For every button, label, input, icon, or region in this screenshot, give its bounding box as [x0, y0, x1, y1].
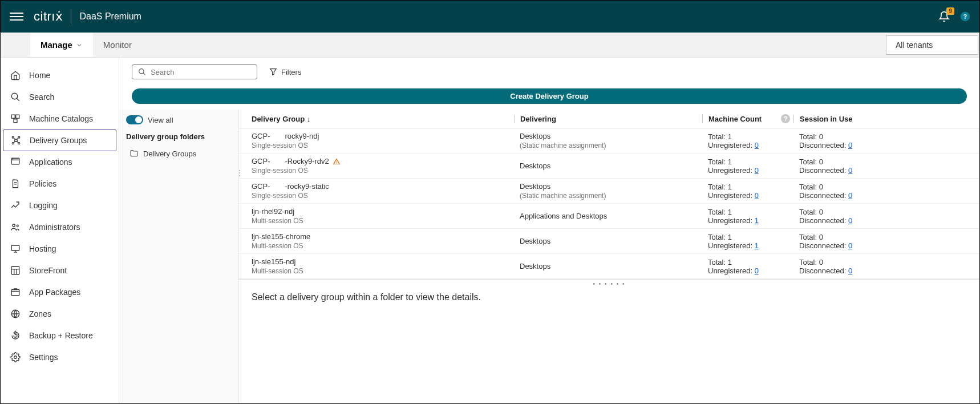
sidebar-item-machine-catalogs[interactable]: Machine Catalogs [1, 108, 119, 130]
mc-unregistered-link[interactable]: 0 [755, 141, 759, 150]
si-disconnected-link[interactable]: 0 [848, 266, 852, 275]
mc-unregistered-link[interactable]: 0 [755, 191, 759, 200]
table-header: Delivery Group ↓ Delivering Machine Coun… [239, 110, 979, 128]
sidebar-item-label: Administrators [29, 223, 80, 232]
svg-rect-19 [11, 245, 19, 251]
sidebar-item-search[interactable]: Search [1, 86, 119, 108]
tab-label: Monitor [103, 40, 132, 50]
sidebar-item-home[interactable]: Home [1, 64, 119, 86]
si-disconnected-link[interactable]: 0 [848, 191, 852, 200]
dg-os: Multi-session OS [252, 267, 514, 275]
svg-point-10 [12, 143, 14, 144]
mc-unregistered-link[interactable]: 0 [755, 166, 759, 175]
product-name: DaaS Premium [79, 11, 141, 22]
tenants-dropdown[interactable]: All tenants [886, 35, 978, 55]
si-disconnected-link[interactable]: 0 [848, 141, 852, 150]
sidebar-item-settings[interactable]: Settings [1, 346, 119, 368]
sidebar-item-hosting[interactable]: Hosting [1, 238, 119, 260]
table-row[interactable]: GCP- -Rocky9-rdv2 Single-session OSDeskt… [239, 153, 979, 179]
detail-splitter[interactable]: • • • • • • [239, 279, 979, 286]
dg-name: ljn-sle155-chrome [252, 232, 514, 241]
svg-point-28 [14, 356, 17, 359]
column-header-session-in-use[interactable]: Session in Use [793, 115, 967, 123]
dg-name: GCP- -rocky9-static [252, 182, 514, 191]
hamburger-menu[interactable] [10, 10, 23, 23]
sidebar-item-label: Home [29, 71, 50, 80]
si-disconnected-link[interactable]: 0 [848, 166, 852, 175]
chevron-down-icon [76, 42, 83, 49]
mc-unregistered: Unregistered: 0 [708, 191, 793, 200]
table-row[interactable]: ljn-rhel92-ndjMulti-session OSApplicatio… [239, 204, 979, 229]
svg-point-11 [18, 143, 20, 144]
filters-button[interactable]: Filters [269, 67, 301, 76]
delivery-groups-icon [10, 135, 22, 146]
delivering-value: Desktops [520, 182, 702, 191]
table-row[interactable]: GCP- rocky9-ndjSingle-session OSDesktops… [239, 128, 979, 153]
detail-message: Select a delivery group within a folder … [239, 286, 979, 308]
si-total: Total: 0 [799, 233, 967, 241]
create-delivery-group-button[interactable]: Create Delivery Group [132, 88, 967, 104]
help-icon[interactable]: ? [781, 114, 790, 123]
delivering-sub: (Static machine assignment) [520, 142, 702, 150]
table-row[interactable]: ljn-sle155-ndjMulti-session OSDesktopsTo… [239, 254, 979, 279]
policies-icon [10, 178, 21, 189]
toolbar: Filters [119, 58, 979, 86]
svg-rect-6 [14, 119, 17, 123]
app-packages-icon [10, 286, 21, 298]
mc-unregistered-link[interactable]: 0 [755, 266, 759, 275]
tab-monitor[interactable]: Monitor [93, 33, 142, 57]
sidebar-item-zones[interactable]: Zones [1, 303, 119, 325]
folder-item-delivery-groups[interactable]: Delivery Groups [126, 147, 232, 160]
si-disconnected-link[interactable]: 0 [848, 216, 852, 225]
sidebar-item-logging[interactable]: Logging [1, 195, 119, 216]
si-total: Total: 0 [799, 183, 967, 191]
tab-manage[interactable]: Manage [30, 33, 93, 57]
svg-point-29 [139, 69, 144, 74]
dg-os: Single-session OS [252, 167, 514, 175]
sidebar-item-label: App Packages [29, 288, 80, 297]
search-box[interactable] [132, 64, 257, 79]
svg-point-8 [12, 136, 14, 138]
content-area: Filters Create Delivery Group View all D… [119, 58, 979, 403]
sidebar-item-applications[interactable]: Applications [1, 151, 119, 173]
grip-icon: • • • • • • [239, 282, 979, 286]
sidebar-item-delivery-groups[interactable]: Delivery Groups [3, 130, 116, 151]
si-disconnected-link[interactable]: 0 [848, 241, 852, 250]
svg-rect-5 [16, 115, 19, 118]
svg-point-17 [13, 224, 15, 227]
sidebar-item-label: Search [29, 92, 54, 102]
mc-unregistered-link[interactable]: 1 [755, 216, 759, 225]
sidebar-item-app-packages[interactable]: App Packages [1, 281, 119, 303]
sidebar-item-label: Hosting [29, 244, 56, 253]
storefront-icon [10, 265, 21, 276]
mc-total: Total: 1 [708, 157, 793, 166]
si-disconnected: Disconnected: 0 [799, 241, 967, 250]
column-header-delivery-group[interactable]: Delivery Group ↓ [252, 115, 514, 123]
home-icon [10, 70, 21, 81]
search-input[interactable] [151, 68, 251, 76]
column-header-delivering[interactable]: Delivering [514, 115, 702, 123]
svg-rect-26 [11, 290, 19, 296]
sidebar-item-label: Settings [29, 353, 58, 362]
svg-line-30 [143, 73, 145, 75]
sidebar-item-storefront[interactable]: StoreFront [1, 260, 119, 281]
top-header: citrıẋ DaaS Premium 9 ? [1, 1, 979, 33]
sidebar-item-policies[interactable]: Policies [1, 173, 119, 195]
backup-restore-icon [10, 330, 21, 341]
sidebar-item-backup-restore[interactable]: Backup + Restore [1, 325, 119, 346]
sidebar-item-administrators[interactable]: Administrators [1, 216, 119, 238]
dg-name: GCP- rocky9-ndj [252, 132, 514, 140]
notifications-button[interactable]: 9 [938, 11, 950, 22]
help-button[interactable]: ? [960, 11, 970, 22]
mc-total: Total: 1 [708, 208, 793, 216]
resize-handle[interactable]: ⋮ [239, 171, 242, 175]
table-row[interactable]: ljn-sle155-chromeMulti-session OSDesktop… [239, 229, 979, 254]
table-row[interactable]: GCP- -rocky9-staticSingle-session OSDesk… [239, 179, 979, 204]
view-all-toggle[interactable] [126, 115, 143, 124]
dg-name: GCP- -Rocky9-rdv2 [252, 157, 514, 165]
mc-unregistered-link[interactable]: 1 [755, 241, 759, 250]
column-header-machine-count[interactable]: Machine Count ? [702, 114, 793, 123]
svg-point-18 [17, 225, 18, 227]
tab-label: Manage [41, 40, 72, 50]
brand-logo: citrıẋ [34, 9, 63, 24]
